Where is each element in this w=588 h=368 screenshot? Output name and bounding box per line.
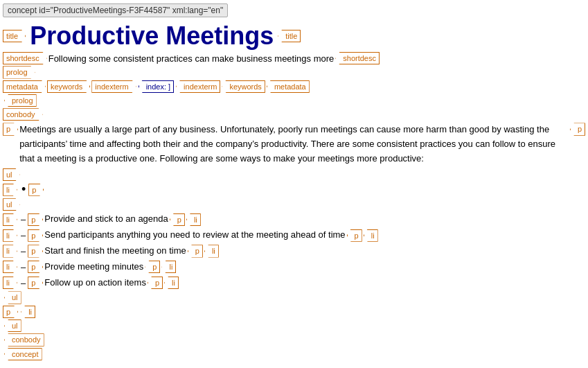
conbody-close-row: conbody	[3, 333, 585, 346]
tag-metadata-close: metadata	[267, 80, 310, 93]
conbody-open-row: conbody	[3, 108, 585, 121]
tag-p-1: p	[28, 213, 43, 226]
tag-li-close-2: li	[364, 229, 378, 242]
xml-header-row: concept id="ProductiveMeetings-F3F44587"…	[3, 3, 585, 20]
tag-p-close-5: p	[148, 277, 163, 289]
dash-3: –	[21, 246, 26, 256]
tag-conbody-close: conbody	[4, 333, 44, 346]
tag-conbody-open: conbody	[3, 108, 43, 121]
tag-ul-inner-close: ul	[4, 291, 21, 304]
list-item-text-4: Follow up on action items	[44, 276, 146, 290]
tag-li-2: li	[3, 229, 17, 242]
main-title: Productive Meetings	[30, 21, 274, 51]
tag-shortdesc-close: shortdesc	[335, 52, 380, 64]
tag-li-5: li	[3, 277, 17, 289]
para-row: p Meetings are usually a large part of a…	[3, 123, 585, 166]
tag-p-4: p	[28, 261, 43, 273]
tag-li-close-5: li	[164, 277, 179, 289]
paragraph-text: Meetings are usually a large part of any…	[19, 123, 569, 166]
list-item-row-1: li – p Send participants anything you ne…	[3, 228, 585, 243]
tag-p-end: p	[3, 306, 18, 318]
dash-1: –	[21, 214, 26, 225]
tag-p-2: p	[28, 229, 43, 242]
dash-2: –	[21, 230, 26, 240]
tag-keywords-open: keywords	[47, 80, 90, 93]
tag-title-close: title	[278, 30, 301, 42]
ul-close-row: ul	[3, 319, 585, 332]
list-item-text-2: Start and finish the meeting on time	[44, 244, 186, 259]
shortdesc-text: Following some consistent practices can …	[48, 53, 335, 64]
tag-li-close-1: li	[186, 213, 201, 226]
tag-title-open: title	[3, 30, 26, 42]
list-item-row-3: li – p Provide meeting minutes p li	[3, 260, 585, 274]
tag-li-close-3: li	[204, 245, 219, 257]
li-empty-row: li • p	[3, 182, 585, 197]
tag-p-close-4: p	[145, 261, 160, 273]
index-value: index: ]	[139, 80, 174, 93]
p-li-close-row: p li	[3, 306, 585, 318]
concept-close-row: concept	[3, 348, 585, 360]
dash-4: –	[21, 262, 26, 272]
list-item-row-2: li – p Start and finish the meeting on t…	[3, 244, 585, 259]
tag-li-4: li	[3, 261, 17, 273]
tag-li-close-4: li	[161, 261, 176, 273]
tag-p-close-3: p	[188, 245, 203, 257]
tag-prolog-open: prolog	[3, 66, 35, 78]
tag-p-3: p	[28, 245, 43, 257]
tag-li-open-0: li	[3, 184, 17, 196]
tag-shortdesc-open: shortdesc	[3, 52, 47, 64]
shortdesc-row: shortdesc Following some consistent prac…	[3, 52, 585, 64]
tag-p-5: p	[28, 277, 43, 289]
tag-concept-close: concept	[4, 348, 42, 360]
tag-indexterm-close: indexterm	[176, 80, 220, 93]
tag-metadata-open: metadata	[3, 80, 46, 93]
list-item-row-4: li – p Follow up on action items p li	[3, 276, 585, 290]
tag-keywords-close: keywords	[222, 80, 265, 93]
bullet-0: •	[21, 182, 26, 197]
title-row: title Productive Meetings title	[3, 21, 585, 51]
tag-p-close-2: p	[347, 229, 362, 242]
tag-ul-open: ul	[3, 168, 20, 181]
tag-indexterm-open: indexterm	[91, 80, 136, 93]
tag-ul-close: ul	[4, 319, 21, 332]
prolog-close-row: prolog	[3, 94, 585, 107]
xml-header: concept id="ProductiveMeetings-F3F44587"…	[3, 3, 228, 17]
tag-p-open: p	[3, 123, 18, 135]
metadata-keywords-row: metadata keywords indexterm index: ] ind…	[3, 80, 585, 93]
list-item-row-0: li – p Provide and stick to an agenda p …	[3, 212, 585, 227]
list-item-text-0: Provide and stick to an agenda	[44, 212, 168, 227]
tag-prolog-close: prolog	[4, 94, 37, 107]
tag-p-li-0: p	[28, 184, 44, 196]
ul-inner-row: ul	[3, 198, 585, 211]
tag-li-end-close: li	[21, 306, 35, 318]
tag-li-3: li	[3, 245, 17, 257]
ul-open-row: ul	[3, 168, 585, 181]
list-item-text-1: Send participants anything you need to r…	[44, 228, 345, 243]
dash-5: –	[21, 278, 26, 288]
tag-p-close-1: p	[170, 213, 185, 226]
prolog-row: prolog	[3, 66, 585, 78]
tag-ul-inner: ul	[3, 198, 20, 211]
list-item-text-3: Provide meeting minutes	[44, 260, 143, 274]
tag-p-close: p	[570, 123, 585, 135]
ul-inner-close-row: ul	[3, 291, 585, 304]
tag-li-1: li	[3, 213, 17, 226]
